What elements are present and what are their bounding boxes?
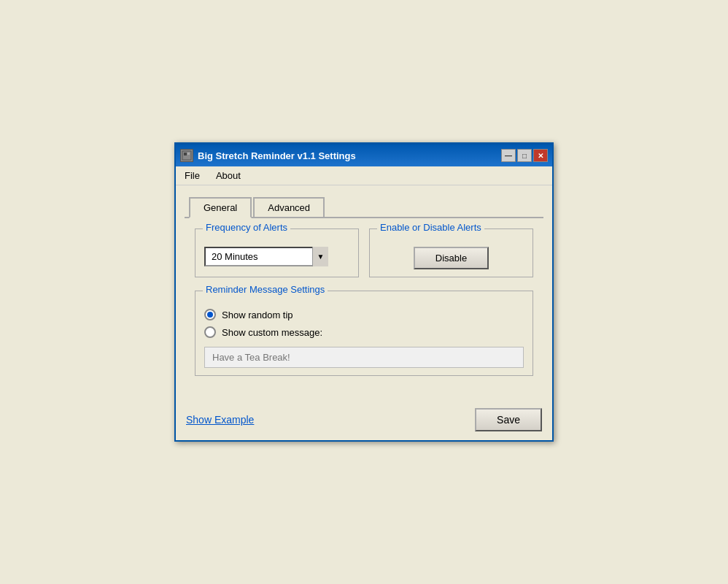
disable-content: Disable [379,237,524,269]
show-example-link[interactable]: Show Example [186,414,254,426]
tab-general[interactable]: General [189,197,252,218]
menu-about[interactable]: About [212,169,245,182]
frequency-group-label: Frequency of Alerts [203,222,290,233]
close-button[interactable]: ✕ [533,149,548,162]
frequency-select[interactable]: 5 Minutes 10 Minutes 20 Minutes 30 Minut… [204,247,328,266]
main-window: Big Stretch Reminder v1.1 Settings — □ ✕… [174,142,554,442]
tab-content-general: Frequency of Alerts 5 Minutes 10 Minutes… [185,217,543,393]
app-icon [180,149,193,162]
menu-file[interactable]: File [180,169,204,182]
custom-message-input[interactable] [204,347,524,368]
save-button[interactable]: Save [475,408,542,431]
restore-button[interactable]: □ [517,149,532,162]
radio-custom-message-label: Show custom message: [222,327,322,338]
bottom-bar: Show Example Save [176,401,552,440]
radio-row-random: Show random tip [204,309,524,320]
tab-advanced[interactable]: Advanced [253,197,325,218]
frequency-group: Frequency of Alerts 5 Minutes 10 Minutes… [195,228,359,277]
window-controls: — □ ✕ [501,149,548,162]
frequency-select-wrapper: 5 Minutes 10 Minutes 20 Minutes 30 Minut… [204,247,328,266]
enable-disable-group: Enable or Disable Alerts Disable [369,228,533,277]
reminder-content: Show random tip Show custom message: [204,299,524,368]
svg-rect-1 [184,153,187,155]
freq-disable-row: Frequency of Alerts 5 Minutes 10 Minutes… [195,228,533,285]
disable-button[interactable]: Disable [414,247,489,269]
enable-disable-group-label: Enable or Disable Alerts [377,222,484,233]
content-area: General Advanced Frequency of Alerts 5 M… [176,185,552,401]
menu-bar: File About [176,166,552,185]
svg-rect-2 [187,153,190,155]
title-bar: Big Stretch Reminder v1.1 Settings — □ ✕ [176,145,552,166]
window-title: Big Stretch Reminder v1.1 Settings [198,150,356,161]
radio-random-tip-label: Show random tip [222,310,293,320]
radio-row-custom: Show custom message: [204,326,524,338]
radio-custom-message[interactable] [204,326,216,338]
title-bar-left: Big Stretch Reminder v1.1 Settings [180,149,356,162]
minimize-button[interactable]: — [501,149,516,162]
frequency-content: 5 Minutes 10 Minutes 20 Minutes 30 Minut… [204,237,349,266]
tab-strip: General Advanced [185,194,543,218]
reminder-group: Reminder Message Settings Show random ti… [195,291,533,376]
reminder-group-label: Reminder Message Settings [203,284,328,295]
radio-random-tip[interactable] [204,309,216,320]
